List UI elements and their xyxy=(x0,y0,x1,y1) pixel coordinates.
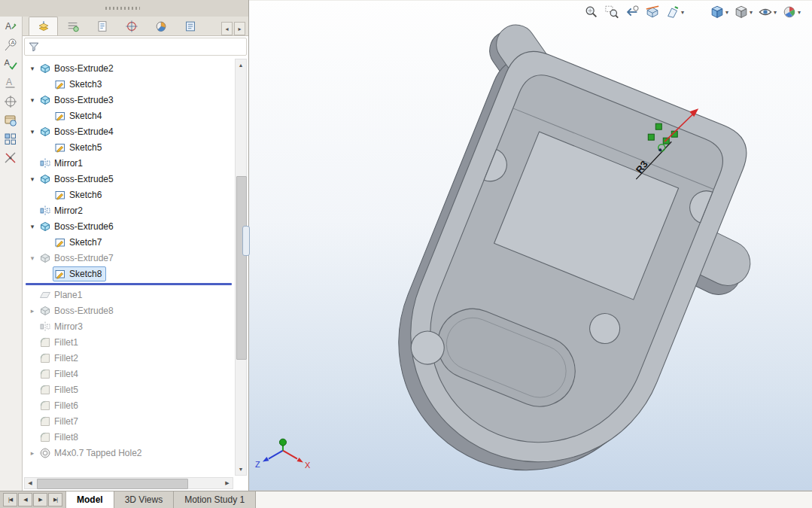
svg-text:A: A xyxy=(11,39,15,46)
fillet-icon xyxy=(39,400,52,412)
filter-bar[interactable] xyxy=(24,38,247,56)
tree-item-labelbox: Mirror2 xyxy=(38,203,87,218)
tab-scroll-left-button[interactable]: ◂ xyxy=(221,22,233,35)
scroll-left-icon[interactable]: ◀ xyxy=(25,478,35,488)
tree-item-boss-extrude7[interactable]: ▾Boss-Extrude7 xyxy=(24,250,235,266)
tree-item-plane1[interactable]: Plane1 xyxy=(24,287,235,303)
panel-splitter-handle[interactable] xyxy=(242,226,250,256)
expander-collapsed-icon[interactable]: ▸ xyxy=(27,307,38,315)
dropdown-caret-icon[interactable]: ▾ xyxy=(750,9,753,16)
tab-motion-study-1[interactable]: Motion Study 1 xyxy=(174,491,256,508)
rollback-bar[interactable] xyxy=(26,283,232,285)
edit-appearance-icon[interactable]: ▾ xyxy=(781,4,801,20)
dropdown-caret-icon[interactable]: ▾ xyxy=(774,9,777,16)
expander-expanded-icon[interactable]: ▾ xyxy=(27,96,38,104)
graphics-viewport[interactable]: R3 Z X ▾▾▾▾▾ xyxy=(248,0,812,491)
tab-displaymanager[interactable] xyxy=(146,17,175,35)
expander-expanded-icon[interactable]: ▾ xyxy=(27,254,38,262)
tree-item-mirror2[interactable]: Mirror2 xyxy=(24,202,235,218)
tree-item-label: M4x0.7 Tapped Hole2 xyxy=(54,448,142,458)
tab-dimxpertmanager[interactable] xyxy=(117,17,146,35)
view-orientation-icon[interactable]: ▾ xyxy=(709,4,729,20)
section-view-icon[interactable] xyxy=(644,4,661,20)
horizontal-scroll-thumb[interactable] xyxy=(37,479,188,489)
tree-item-fillet8[interactable]: Fillet8 xyxy=(24,429,235,445)
tree-item-m4x0-7-tapped-hole2[interactable]: ▸M4x0.7 Tapped Hole2 xyxy=(24,445,235,461)
panel-drag-handle[interactable] xyxy=(105,7,140,10)
boss-extrude-icon xyxy=(39,305,52,317)
datum-icon[interactable] xyxy=(0,92,21,111)
zoom-fit-icon[interactable] xyxy=(583,4,600,20)
status-nav-button-1[interactable]: |◀ xyxy=(3,493,17,506)
expander-collapsed-icon[interactable]: ▸ xyxy=(27,449,38,457)
tree-item-sketch8[interactable]: Sketch8 xyxy=(24,266,235,281)
dropdown-caret-icon[interactable]: ▾ xyxy=(681,9,684,16)
mirror-icon xyxy=(39,157,52,169)
tab-cam[interactable] xyxy=(175,17,205,35)
expander-expanded-icon[interactable]: ▾ xyxy=(27,65,38,72)
tree-item-labelbox: Boss-Extrude8 xyxy=(38,303,118,318)
dropdown-caret-icon[interactable]: ▾ xyxy=(798,9,801,16)
tree-item-boss-extrude5[interactable]: ▾Boss-Extrude5 xyxy=(24,171,235,187)
tree-item-mirror1[interactable]: Mirror1 xyxy=(24,155,235,171)
tree-item-label: Boss-Extrude5 xyxy=(54,174,114,184)
pattern-icon[interactable] xyxy=(0,129,21,148)
expander-expanded-icon[interactable]: ▾ xyxy=(27,223,38,230)
spellcheck-icon[interactable]: A xyxy=(0,54,21,73)
note-icon[interactable]: A xyxy=(0,17,21,35)
tree-item-fillet5[interactable]: Fillet5 xyxy=(24,382,235,397)
tree-item-boss-extrude8[interactable]: ▸Boss-Extrude8 xyxy=(24,303,235,318)
tree-item-sketch3[interactable]: Sketch3 xyxy=(24,76,235,92)
status-nav-button-3[interactable]: ▶ xyxy=(33,493,47,506)
annotation-view-icon[interactable]: ▾ xyxy=(665,4,685,20)
format-icon[interactable]: A xyxy=(0,73,21,92)
tree-item-label: Boss-Extrude4 xyxy=(54,126,114,137)
status-nav-button-2[interactable]: ◀ xyxy=(18,493,32,506)
design-library-icon[interactable] xyxy=(0,111,21,129)
balloon-icon[interactable]: A xyxy=(0,35,21,54)
boss-extrude-icon xyxy=(39,126,52,138)
tree-item-sketch6[interactable]: Sketch6 xyxy=(24,187,235,202)
tree-item-fillet6[interactable]: Fillet6 xyxy=(24,397,235,413)
zoom-area-icon[interactable] xyxy=(604,4,620,20)
tree-item-boss-extrude2[interactable]: ▾Boss-Extrude2 xyxy=(24,60,235,76)
hide-show-items-icon[interactable]: ▾ xyxy=(757,4,777,20)
tab-featuremanager[interactable] xyxy=(29,17,58,35)
tree-vertical-scrollbar[interactable]: ▲ ▼ xyxy=(235,59,247,476)
boss-extrude-icon xyxy=(39,94,52,106)
viewport-canvas[interactable]: R3 Z X xyxy=(249,0,812,491)
expander-expanded-icon[interactable]: ▾ xyxy=(27,128,38,135)
tab-configurationmanager[interactable] xyxy=(87,17,117,35)
tree-item-sketch4[interactable]: Sketch4 xyxy=(24,108,235,123)
tree-item-labelbox: Boss-Extrude2 xyxy=(38,61,118,76)
tree-item-boss-extrude4[interactable]: ▾Boss-Extrude4 xyxy=(24,123,235,139)
tree-horizontal-scrollbar[interactable]: ◀ ▶ xyxy=(24,477,233,489)
tree-item-boss-extrude3[interactable]: ▾Boss-Extrude3 xyxy=(24,92,235,108)
tab-scroll-right-button[interactable]: ▸ xyxy=(234,22,245,35)
previous-view-icon[interactable] xyxy=(624,4,640,20)
dropdown-caret-icon[interactable]: ▾ xyxy=(725,9,728,16)
status-nav-button-4[interactable]: ▶| xyxy=(48,493,62,506)
tree-item-mirror3[interactable]: Mirror3 xyxy=(24,318,235,334)
expander-expanded-icon[interactable]: ▾ xyxy=(27,175,38,183)
tab-model[interactable]: Model xyxy=(66,491,114,508)
scroll-down-icon[interactable]: ▼ xyxy=(236,464,246,475)
scroll-up-icon[interactable]: ▲ xyxy=(236,59,246,71)
tree-item-fillet1[interactable]: Fillet1 xyxy=(24,334,235,350)
tree-item-labelbox: Boss-Extrude6 xyxy=(38,219,118,234)
vertical-scroll-thumb[interactable] xyxy=(236,176,247,360)
tab-propertymanager[interactable] xyxy=(58,17,87,35)
scroll-right-icon[interactable]: ▶ xyxy=(222,478,233,488)
tab-3d-views[interactable]: 3D Views xyxy=(114,491,174,508)
tree-item-label: Boss-Extrude2 xyxy=(54,63,114,74)
tree-item-label: Boss-Extrude6 xyxy=(54,221,114,232)
measure-icon[interactable] xyxy=(0,148,21,167)
tree-item-fillet2[interactable]: Fillet2 xyxy=(24,350,235,366)
tree-item-boss-extrude6[interactable]: ▾Boss-Extrude6 xyxy=(24,218,235,234)
tree-item-fillet4[interactable]: Fillet4 xyxy=(24,366,235,382)
tree-item-sketch7[interactable]: Sketch7 xyxy=(24,234,235,250)
tree-item-fillet7[interactable]: Fillet7 xyxy=(24,413,235,429)
filter-funnel-icon[interactable] xyxy=(28,41,40,53)
display-style-icon[interactable]: ▾ xyxy=(733,4,753,20)
tree-item-sketch5[interactable]: Sketch5 xyxy=(24,139,235,155)
